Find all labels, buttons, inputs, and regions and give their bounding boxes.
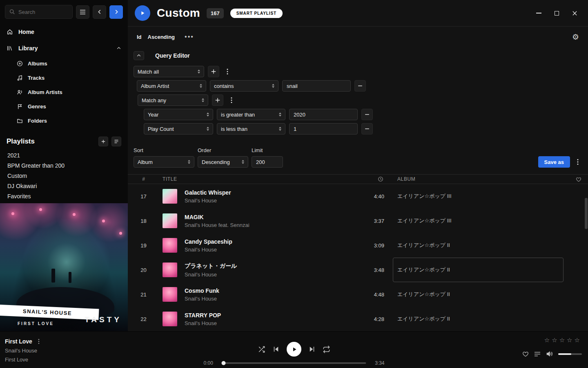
rule-group-menu-button[interactable] xyxy=(223,66,232,77)
header-title[interactable]: TITLE xyxy=(159,176,354,182)
seek-section: 0:00 3:34 xyxy=(204,360,385,366)
play-playlist-button[interactable] xyxy=(135,5,150,21)
scrollbar-thumb[interactable] xyxy=(585,198,588,229)
sort-select[interactable]: Album xyxy=(134,156,194,168)
sidebar-item-home[interactable]: Home xyxy=(0,24,128,40)
save-menu-button[interactable] xyxy=(573,156,582,168)
remove-rule-button[interactable] xyxy=(354,80,366,92)
header-duration[interactable] xyxy=(354,176,384,182)
now-playing-artist[interactable]: Snail's House xyxy=(5,348,40,354)
track-artist[interactable]: Snail's House feat. Sennzai xyxy=(185,222,249,228)
rating-star-icon[interactable]: ☆ xyxy=(559,337,567,344)
track-menu-icon[interactable] xyxy=(38,339,40,344)
playlist-item[interactable]: DJ Okawari xyxy=(0,181,128,191)
track-album[interactable]: エイリアン☆ポップ III xyxy=(397,193,569,200)
track-artist[interactable]: Snail's House xyxy=(185,320,221,326)
track-artist[interactable]: Snail's House xyxy=(185,247,232,253)
now-playing-title[interactable]: First Love xyxy=(5,338,32,345)
remove-rule-button[interactable] xyxy=(361,123,373,135)
table-row[interactable]: 19 Candy Spaceship Snail's House 3:09 エイ… xyxy=(128,233,588,258)
playlist-item[interactable]: 2021 xyxy=(0,150,128,160)
table-body: 17 Galactic Whisper Snail's House 4:40 エ… xyxy=(128,184,588,331)
queue-icon[interactable] xyxy=(534,351,541,357)
playlists-header: Playlists xyxy=(0,128,128,150)
settings-gear-icon[interactable]: ⚙ xyxy=(572,32,579,41)
menu-button[interactable] xyxy=(76,5,89,19)
match-type-select[interactable]: Match all xyxy=(134,66,204,77)
sidebar-item-folders[interactable]: Folders xyxy=(0,114,128,128)
rule-value-input[interactable] xyxy=(289,123,358,135)
previous-track-button[interactable] xyxy=(272,346,280,353)
sort-direction-button[interactable]: Ascending xyxy=(148,34,175,40)
nav-forward-button[interactable] xyxy=(109,5,123,19)
rating-star-icon[interactable]: ☆ xyxy=(552,337,559,344)
seek-knob[interactable] xyxy=(222,361,226,365)
sidebar-item-library[interactable]: Library xyxy=(0,40,128,56)
track-artist[interactable]: Snail's House xyxy=(185,296,219,302)
sidebar-item-album-artists[interactable]: Album Artists xyxy=(0,85,128,99)
rating-star-icon[interactable]: ☆ xyxy=(575,337,582,344)
rule-field-select[interactable]: Year xyxy=(144,109,213,120)
track-album[interactable]: エイリアン☆ポップ II xyxy=(397,291,569,298)
sort-field-button[interactable]: Id xyxy=(137,34,142,40)
track-artist[interactable]: Snail's House xyxy=(185,272,237,278)
header-index[interactable]: # xyxy=(128,176,159,182)
play-pause-button[interactable] xyxy=(287,342,301,357)
track-album[interactable]: エイリアン☆ポップ II xyxy=(397,266,569,274)
collapse-query-editor-button[interactable] xyxy=(134,51,144,60)
sidebar-item-genres[interactable]: Genres xyxy=(0,99,128,114)
track-album[interactable]: エイリアン☆ポップ III xyxy=(397,217,569,224)
search-input[interactable] xyxy=(18,9,68,15)
now-playing-album[interactable]: First Love xyxy=(5,357,40,363)
maximize-button[interactable] xyxy=(553,10,560,16)
rule-operator-select[interactable]: is less than xyxy=(217,123,285,135)
add-rule-button[interactable] xyxy=(208,66,219,77)
now-playing-artwork[interactable]: SNAIL'S HOUSE FIRST LOVE TASTY xyxy=(0,203,128,331)
order-select[interactable]: Descending xyxy=(198,156,248,168)
track-album[interactable]: エイリアン☆ポップ II xyxy=(397,242,569,249)
repeat-button[interactable] xyxy=(323,346,330,353)
rating-stars[interactable]: ☆☆☆☆☆ xyxy=(544,337,582,344)
table-row[interactable]: 20 プラネット・ガール Snail's House 3:48 エイリアン☆ポッ… xyxy=(128,258,588,282)
add-group-rule-button[interactable] xyxy=(212,94,223,106)
favorite-heart-icon[interactable] xyxy=(522,351,529,357)
rating-star-icon[interactable]: ☆ xyxy=(544,337,552,344)
rule-value-input[interactable] xyxy=(282,80,351,92)
next-track-button[interactable] xyxy=(308,346,316,353)
rule-value-input[interactable] xyxy=(289,109,358,120)
playlist-item[interactable]: Favorites xyxy=(0,191,128,201)
remove-rule-button[interactable] xyxy=(361,109,373,120)
minimize-button[interactable] xyxy=(535,10,542,16)
group-menu-button[interactable] xyxy=(227,94,236,106)
track-album[interactable]: エイリアン☆ポップ II xyxy=(397,315,569,323)
volume-slider[interactable] xyxy=(558,353,582,355)
rule-operator-select[interactable]: contains xyxy=(210,80,278,92)
sidebar-item-tracks[interactable]: Tracks xyxy=(0,71,128,85)
sidebar-item-albums[interactable]: Albums xyxy=(0,56,128,71)
close-button[interactable] xyxy=(571,10,578,16)
rule-field-select[interactable]: Album Artist xyxy=(137,80,206,92)
volume-icon[interactable] xyxy=(546,351,553,357)
header-favorite[interactable] xyxy=(569,177,588,182)
limit-input[interactable] xyxy=(252,156,283,168)
rating-star-icon[interactable]: ☆ xyxy=(567,337,574,344)
save-as-button[interactable]: Save as xyxy=(538,156,570,168)
track-artist[interactable]: Snail's House xyxy=(185,197,231,204)
playlist-item[interactable]: BPM Greater than 200 xyxy=(0,160,128,171)
playlist-list-button[interactable] xyxy=(111,137,121,146)
shuffle-button[interactable] xyxy=(258,346,265,353)
table-row[interactable]: 17 Galactic Whisper Snail's House 4:40 エ… xyxy=(128,184,588,209)
table-row[interactable]: 22 STARRY POP Snail's House 4:28 エイリアン☆ポ… xyxy=(128,307,588,331)
add-playlist-button[interactable] xyxy=(98,137,108,146)
group-match-type-select[interactable]: Match any xyxy=(138,94,208,106)
table-row[interactable]: 18 MAGIK Snail's House feat. Sennzai 3:3… xyxy=(128,209,588,233)
chevron-up-icon[interactable] xyxy=(116,46,121,51)
seek-bar[interactable] xyxy=(222,362,366,364)
header-album[interactable]: ALBUM xyxy=(397,176,569,182)
rule-operator-select[interactable]: is greater than xyxy=(217,109,285,120)
nav-back-button[interactable] xyxy=(93,5,106,19)
table-row[interactable]: 21 Cosmo Funk Snail's House 4:48 エイリアン☆ポ… xyxy=(128,282,588,307)
playlist-item[interactable]: Custom xyxy=(0,171,128,181)
rule-field-select[interactable]: Play Count xyxy=(144,123,213,135)
search-box[interactable] xyxy=(5,5,73,19)
